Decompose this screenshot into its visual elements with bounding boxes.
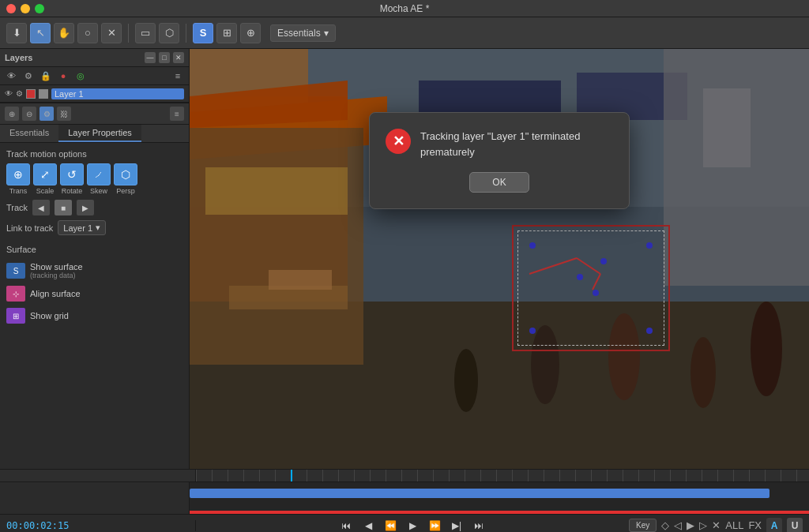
play-icon-small[interactable]: ▶ — [687, 519, 694, 531]
fx-icon[interactable]: FX — [748, 519, 762, 531]
layers-float-btn[interactable]: □ — [159, 52, 170, 63]
go-start-btn[interactable]: ⏮ — [337, 518, 355, 533]
link-track-label: Link to track — [6, 223, 53, 233]
layers-icons-row: 👁 ⚙ 🔒 ● ◎ ≡ — [0, 67, 189, 85]
timeline-ruler — [196, 470, 803, 481]
surface-icon: S — [6, 263, 25, 279]
link-track-dropdown[interactable]: Layer 1 ▾ — [58, 220, 106, 235]
all-icon[interactable]: ALL — [725, 519, 743, 531]
key-button[interactable]: Key — [629, 519, 657, 532]
tool-rect[interactable]: ▭ — [135, 23, 156, 43]
panel-add-btn[interactable]: ⊕ — [5, 107, 19, 121]
align-surface-btn[interactable]: ⊹ Align surface — [6, 283, 182, 305]
toolbar: ⬇ ↖ ✋ ○ ✕ ▭ ⬡ S ⊞ ⊕ Essentials ▾ — [0, 17, 809, 49]
layer-name[interactable]: Layer 1 — [51, 88, 184, 99]
timeline-track-content — [190, 482, 809, 514]
layers-options-icon[interactable]: ≡ — [171, 69, 184, 82]
motion-icon[interactable]: ◎ — [74, 69, 87, 82]
gear-icon[interactable]: ⚙ — [22, 69, 35, 82]
go-end-btn[interactable]: ⏭ — [470, 518, 487, 533]
timeline-tracks — [0, 482, 809, 514]
u-button[interactable]: U — [787, 518, 803, 533]
track-motion-title: Track motion options — [6, 149, 182, 159]
track-options-section: Track motion options ⊕ Trans ⤢ Scale ↺ R… — [0, 143, 189, 245]
ruler-ticks — [196, 470, 803, 481]
tool-hand[interactable]: ✋ — [54, 23, 74, 43]
panel-options-icon[interactable]: ≡ — [170, 107, 184, 121]
tool-pointer[interactable]: ⊕ — [240, 23, 261, 43]
align-surface-label: Align surface — [30, 289, 81, 298]
motion-scale[interactable]: ⤢ Scale — [33, 163, 57, 195]
error-icon: ✕ — [386, 129, 411, 154]
lock-icon[interactable]: 🔒 — [40, 69, 52, 82]
minimize-button[interactable] — [21, 4, 30, 13]
essentials-label: Essentials — [277, 28, 321, 39]
layer-gear-icon[interactable]: ⚙ — [16, 89, 23, 98]
timeline-controls: 00:00:02:15 ⏮ ◀ ⏪ ▶ ⏩ ▶| ⏭ Key ◇ ◁ ▶ ▷ ✕… — [0, 514, 809, 532]
motion-rotate[interactable]: ↺ Rotate — [60, 163, 84, 195]
timeline-red-indicator — [190, 511, 809, 514]
step-back-btn[interactable]: ⏪ — [382, 518, 399, 533]
show-surface-label: Show surface — [30, 262, 83, 272]
maximize-button[interactable] — [35, 4, 44, 13]
eye-icon[interactable]: 👁 — [5, 69, 17, 82]
tab-essentials[interactable]: Essentials — [0, 125, 58, 142]
color-icon[interactable]: ● — [57, 69, 70, 82]
show-surface-btn[interactable]: S Show surface (tracking data) — [6, 259, 182, 283]
link-track-chevron-icon: ▾ — [96, 223, 100, 233]
timeline-track-labels — [0, 482, 190, 514]
dialog-message: Tracking layer "Layer 1" terminated prem… — [420, 129, 613, 159]
track-forward-btn[interactable]: ▶ — [77, 200, 94, 215]
layer-color-box — [26, 89, 36, 99]
motion-persp[interactable]: ⬡ Persp — [114, 163, 137, 195]
panel-delete-btn[interactable]: ⊖ — [22, 107, 36, 121]
tool-ellipse[interactable]: ⬡ — [159, 23, 179, 43]
motion-skew[interactable]: ⟋ Skew — [87, 163, 111, 195]
close-button[interactable] — [6, 4, 16, 13]
skew-icon: ⟋ — [87, 163, 111, 185]
cross-icon[interactable]: ✕ — [712, 519, 721, 531]
trans-label: Trans — [9, 187, 28, 195]
panel-settings-btn[interactable]: ⚙ — [40, 107, 54, 121]
show-grid-btn[interactable]: ⊞ Show grid — [6, 305, 182, 327]
persp-label: Persp — [116, 187, 135, 195]
panel-toolbar: ⊕ ⊖ ⚙ ⛓ ≡ — [0, 103, 189, 125]
tool-s[interactable]: S — [193, 23, 213, 43]
timeline-ruler-row — [0, 470, 809, 482]
play-btn[interactable]: ▶ — [404, 518, 421, 533]
layers-close-btn[interactable]: ✕ — [173, 52, 184, 63]
tool-zoom[interactable]: ○ — [77, 23, 98, 43]
video-area: ✕ Tracking layer "Layer 1" terminated pr… — [190, 49, 809, 469]
tool-download[interactable]: ⬇ — [6, 23, 27, 43]
trans-icon: ⊕ — [6, 163, 30, 185]
dialog-overlay: ✕ Tracking layer "Layer 1" terminated pr… — [190, 49, 809, 469]
next-frame-btn[interactable]: ▶| — [448, 518, 465, 533]
prev-key-icon[interactable]: ◁ — [674, 519, 682, 531]
prev-frame-btn[interactable]: ◀ — [359, 518, 377, 533]
dialog-ok-button[interactable]: OK — [469, 172, 529, 193]
layer-color-box2 — [39, 89, 48, 99]
grid-icon: ⊞ — [6, 308, 25, 324]
tool-grid[interactable]: ⊞ — [216, 23, 237, 43]
step-forward-btn[interactable]: ⏩ — [426, 518, 443, 533]
layers-minimize-btn[interactable]: — — [145, 52, 156, 63]
motion-trans[interactable]: ⊕ Trans — [6, 163, 30, 195]
surface-title: Surface — [6, 245, 182, 254]
surface-text-block: Show surface (tracking data) — [30, 262, 83, 279]
timeline-left-spacer — [6, 470, 196, 481]
scale-label: Scale — [36, 187, 55, 195]
tool-arrow[interactable]: ↖ — [30, 23, 51, 43]
panel-link-btn[interactable]: ⛓ — [57, 107, 71, 121]
timecode: 00:00:02:15 — [6, 520, 69, 531]
a-button[interactable]: A — [766, 518, 782, 533]
next-key-icon[interactable]: ▷ — [699, 519, 707, 531]
track-stop-btn[interactable]: ■ — [55, 200, 72, 215]
essentials-dropdown[interactable]: Essentials ▾ — [270, 24, 336, 42]
tool-transform[interactable]: ✕ — [101, 23, 122, 43]
keyframe-icon[interactable]: ◇ — [661, 519, 669, 531]
layer-eye-icon[interactable]: 👁 — [5, 89, 13, 98]
tab-layer-properties[interactable]: Layer Properties — [58, 125, 141, 142]
rotate-label: Rotate — [62, 187, 83, 195]
track-backward-btn[interactable]: ◀ — [32, 200, 50, 215]
timeline-area: 00:00:02:15 ⏮ ◀ ⏪ ▶ ⏩ ▶| ⏭ Key ◇ ◁ ▶ ▷ ✕… — [0, 469, 809, 532]
